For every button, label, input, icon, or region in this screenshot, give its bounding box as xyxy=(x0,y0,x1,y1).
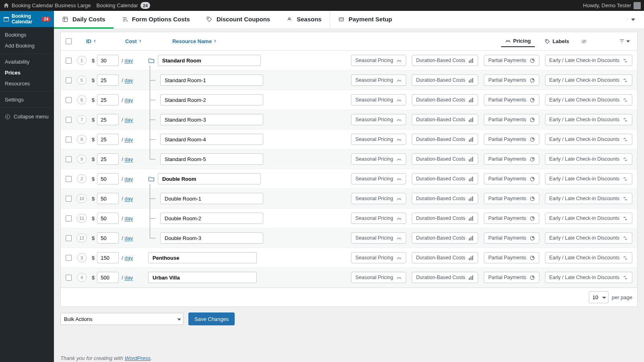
row-checkbox[interactable] xyxy=(66,97,72,103)
resource-name-input[interactable] xyxy=(160,153,263,165)
resource-name-input[interactable] xyxy=(160,94,263,105)
tab-seasons[interactable]: Seasons xyxy=(278,11,330,29)
select-all-checkbox[interactable] xyxy=(66,38,72,44)
resource-name-input[interactable] xyxy=(158,55,261,66)
wordpress-link[interactable]: WordPress xyxy=(125,355,151,361)
partial-payments-button[interactable]: Partial Payments xyxy=(484,134,539,145)
per-unit-link[interactable]: day xyxy=(124,196,133,202)
partial-payments-button[interactable]: Partial Payments xyxy=(484,213,539,224)
sidebar-collapse[interactable]: Collapse menu xyxy=(0,111,54,122)
header-tab-labels[interactable]: Labels xyxy=(541,36,573,47)
tabs-more-menu[interactable] xyxy=(625,14,638,25)
checkin-discounts-button[interactable]: Early / Late Check-in Discounts xyxy=(545,114,632,125)
resource-name-input[interactable] xyxy=(160,74,263,86)
seasonal-pricing-button[interactable]: Seasonal Pricing xyxy=(351,153,406,165)
cost-input[interactable] xyxy=(97,213,119,224)
cost-input[interactable] xyxy=(97,94,119,105)
row-checkbox[interactable] xyxy=(66,156,72,162)
seasonal-pricing-button[interactable]: Seasonal Pricing xyxy=(351,213,406,224)
resource-name-input[interactable] xyxy=(160,232,263,244)
duration-costs-button[interactable]: Duration-Based Costs xyxy=(412,94,478,105)
checkin-discounts-button[interactable]: Early / Late Check-in Discounts xyxy=(545,55,632,66)
tab-form-options-costs[interactable]: Form Options Costs xyxy=(114,11,198,29)
row-checkbox[interactable] xyxy=(66,58,72,64)
duration-costs-button[interactable]: Duration-Based Costs xyxy=(412,193,478,204)
row-checkbox[interactable] xyxy=(66,215,72,221)
row-checkbox[interactable] xyxy=(66,176,72,182)
cost-input[interactable] xyxy=(97,134,119,145)
duration-costs-button[interactable]: Duration-Based Costs xyxy=(412,153,478,165)
duration-costs-button[interactable]: Duration-Based Costs xyxy=(412,55,478,66)
per-unit-link[interactable]: day xyxy=(124,255,133,261)
duration-costs-button[interactable]: Duration-Based Costs xyxy=(412,232,478,244)
sidebar-item-prices[interactable]: Prices xyxy=(0,67,54,78)
seasonal-pricing-button[interactable]: Seasonal Pricing xyxy=(351,272,406,283)
adminbar-plugin[interactable]: Booking Calendar 24 xyxy=(97,2,151,9)
cost-input[interactable] xyxy=(97,55,119,66)
save-changes-button[interactable]: Save Changes xyxy=(188,312,235,325)
checkin-discounts-button[interactable]: Early / Late Check-in Discounts xyxy=(545,173,632,184)
per-unit-link[interactable]: day xyxy=(124,117,133,123)
seasonal-pricing-button[interactable]: Seasonal Pricing xyxy=(351,193,406,204)
partial-payments-button[interactable]: Partial Payments xyxy=(484,74,539,86)
header-tab-hidden[interactable] xyxy=(579,36,589,47)
per-unit-link[interactable]: day xyxy=(124,156,133,162)
row-checkbox[interactable] xyxy=(66,77,72,83)
per-unit-link[interactable]: day xyxy=(124,97,133,103)
col-header-resource[interactable]: Resource Name xyxy=(172,38,218,44)
duration-costs-button[interactable]: Duration-Based Costs xyxy=(412,74,478,86)
partial-payments-button[interactable]: Partial Payments xyxy=(484,173,539,184)
checkin-discounts-button[interactable]: Early / Late Check-in Discounts xyxy=(545,252,632,263)
checkin-discounts-button[interactable]: Early / Late Check-in Discounts xyxy=(545,94,632,105)
partial-payments-button[interactable]: Partial Payments xyxy=(484,193,539,204)
checkin-discounts-button[interactable]: Early / Late Check-in Discounts xyxy=(545,213,632,224)
col-header-id[interactable]: ID xyxy=(86,38,98,44)
seasonal-pricing-button[interactable]: Seasonal Pricing xyxy=(351,94,406,105)
partial-payments-button[interactable]: Partial Payments xyxy=(484,252,539,263)
sidebar-item-resources[interactable]: Resources xyxy=(0,78,54,89)
resource-name-input[interactable] xyxy=(148,272,257,283)
per-unit-link[interactable]: day xyxy=(124,235,133,241)
cost-input[interactable] xyxy=(97,252,119,263)
seasonal-pricing-button[interactable]: Seasonal Pricing xyxy=(351,114,406,125)
tab-payment-setup[interactable]: Payment Setup xyxy=(330,11,400,29)
row-checkbox[interactable] xyxy=(66,255,72,261)
checkin-discounts-button[interactable]: Early / Late Check-in Discounts xyxy=(545,74,632,86)
per-page-select[interactable]: 10 xyxy=(589,291,609,303)
row-checkbox[interactable] xyxy=(66,235,72,241)
seasonal-pricing-button[interactable]: Seasonal Pricing xyxy=(351,252,406,263)
per-unit-link[interactable]: day xyxy=(124,215,133,221)
col-header-cost[interactable]: Cost xyxy=(125,38,143,44)
cost-input[interactable] xyxy=(97,153,119,165)
partial-payments-button[interactable]: Partial Payments xyxy=(484,114,539,125)
per-unit-link[interactable]: day xyxy=(124,77,133,83)
row-checkbox[interactable] xyxy=(66,196,72,202)
duration-costs-button[interactable]: Duration-Based Costs xyxy=(412,114,478,125)
cost-input[interactable] xyxy=(97,74,119,86)
checkin-discounts-button[interactable]: Early / Late Check-in Discounts xyxy=(545,153,632,165)
seasonal-pricing-button[interactable]: Seasonal Pricing xyxy=(351,55,406,66)
adminbar-home[interactable]: Booking Calendar Business Large xyxy=(3,2,91,8)
adminbar-account[interactable]: Howdy, Demo Tester xyxy=(583,2,641,9)
per-unit-link[interactable]: day xyxy=(124,275,133,281)
checkin-discounts-button[interactable]: Early / Late Check-in Discounts xyxy=(545,193,632,204)
partial-payments-button[interactable]: Partial Payments xyxy=(484,94,539,105)
partial-payments-button[interactable]: Partial Payments xyxy=(484,55,539,66)
resource-name-input[interactable] xyxy=(160,114,263,125)
per-unit-link[interactable]: day xyxy=(124,176,133,182)
row-checkbox[interactable] xyxy=(66,117,72,123)
cost-input[interactable] xyxy=(97,173,119,184)
per-unit-link[interactable]: day xyxy=(124,137,133,143)
bulk-actions-select[interactable]: Bulk Actions xyxy=(60,313,184,325)
header-tab-pricing[interactable]: Pricing xyxy=(501,35,535,47)
seasonal-pricing-button[interactable]: Seasonal Pricing xyxy=(351,173,406,184)
duration-costs-button[interactable]: Duration-Based Costs xyxy=(412,173,478,184)
cost-input[interactable] xyxy=(97,114,119,125)
duration-costs-button[interactable]: Duration-Based Costs xyxy=(412,252,478,263)
resource-name-input[interactable] xyxy=(160,134,263,145)
sidebar-item-availability[interactable]: Availability xyxy=(0,56,54,67)
checkin-discounts-button[interactable]: Early / Late Check-in Discounts xyxy=(545,272,632,283)
resource-name-input[interactable] xyxy=(158,173,261,184)
duration-costs-button[interactable]: Duration-Based Costs xyxy=(412,213,478,224)
sidebar-item-settings[interactable]: Settings xyxy=(0,94,54,105)
